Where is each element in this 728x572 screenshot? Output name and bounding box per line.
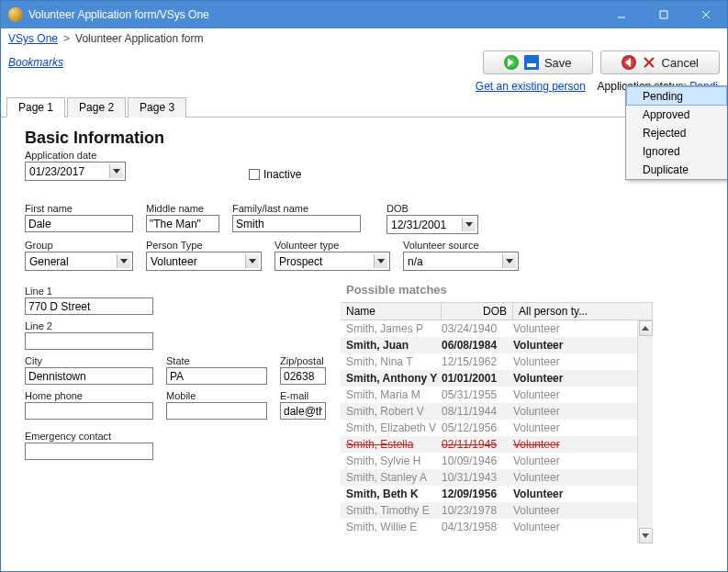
dropdown-icon	[117, 254, 130, 268]
breadcrumb: VSys One > Volunteer Application form	[1, 28, 727, 49]
cell-type: Volunteer	[513, 355, 637, 368]
status-option-approved[interactable]: Approved	[626, 106, 727, 124]
table-row[interactable]: Smith, Timothy E10/23/1978Volunteer	[341, 502, 637, 519]
table-row[interactable]: Smith, James P03/24/1940Volunteer	[341, 320, 637, 337]
cancel-button[interactable]: Cancel	[600, 50, 720, 74]
group-select[interactable]: General	[25, 252, 133, 271]
tab-page-3[interactable]: Page 3	[128, 97, 186, 118]
email-label: E-mail	[280, 390, 326, 401]
table-row[interactable]: Smith, Maria M05/31/1955Volunteer	[341, 387, 637, 403]
ptype-select[interactable]: Volunteer	[146, 252, 262, 271]
matches-title: Possible matches	[341, 281, 653, 302]
cell-dob: 05/12/1956	[442, 421, 513, 434]
cell-dob: 05/31/1955	[442, 388, 513, 401]
cell-type: Volunteer	[513, 421, 637, 434]
cell-type: Volunteer	[513, 454, 637, 467]
family-label: Family/last name	[232, 203, 361, 214]
cell-name: Smith, Sylvie H	[341, 454, 442, 467]
matches-body: Smith, James P03/24/1940VolunteerSmith, …	[341, 320, 637, 544]
save-disk-icon	[524, 55, 539, 70]
family-input[interactable]	[232, 215, 361, 232]
state-input[interactable]	[166, 367, 267, 385]
titlebar: Volunteer Application form/VSys One	[1, 1, 727, 28]
tab-page-2[interactable]: Page 2	[67, 97, 126, 118]
window-title: Volunteer Application form/VSys One	[28, 8, 600, 21]
table-row[interactable]: Smith, Nina T12/15/1962Volunteer	[341, 353, 637, 370]
city-input[interactable]	[25, 367, 153, 385]
status-option-duplicate[interactable]: Duplicate	[626, 161, 727, 179]
minimize-button[interactable]	[600, 1, 643, 28]
cell-type: Volunteer	[513, 372, 637, 385]
col-name[interactable]: Name	[341, 303, 442, 320]
status-popup: Pending Approved Rejected Ignored Duplic…	[625, 85, 728, 180]
matches-scrollbar[interactable]	[637, 320, 653, 544]
appdate-picker[interactable]: 01/23/2017	[25, 162, 126, 181]
vsource-label: Volunteer source	[403, 240, 519, 251]
cell-type: Volunteer	[513, 471, 637, 484]
close-button[interactable]	[685, 1, 727, 28]
line1-input[interactable]	[25, 297, 153, 315]
maximize-button[interactable]	[643, 1, 685, 28]
get-existing-link[interactable]: Get an existing person	[476, 80, 586, 93]
dob-picker[interactable]: 12/31/2001	[386, 215, 478, 234]
cell-dob: 03/24/1940	[442, 322, 513, 335]
table-row[interactable]: Smith, Robert V08/11/1944Volunteer	[341, 403, 637, 420]
vsource-select[interactable]: n/a	[403, 252, 519, 271]
status-option-ignored[interactable]: Ignored	[626, 142, 727, 161]
back-icon	[622, 55, 636, 70]
cell-type: Volunteer	[513, 322, 637, 335]
checkbox-box-icon	[249, 169, 260, 180]
appdate-label: Application date	[25, 150, 126, 161]
breadcrumb-root[interactable]: VSys One	[8, 32, 58, 45]
table-row[interactable]: Smith, Willie E04/13/1958Volunteer	[341, 519, 637, 535]
cell-dob: 06/08/1984	[442, 339, 513, 352]
tab-page-1[interactable]: Page 1	[6, 97, 65, 118]
table-row[interactable]: Smith, Elizabeth V05/12/1956Volunteer	[341, 420, 637, 436]
dropdown-icon	[374, 254, 387, 268]
table-row[interactable]: Smith, Juan06/08/1984Volunteer	[341, 337, 637, 353]
zip-input[interactable]	[280, 367, 326, 385]
cell-dob: 12/09/1956	[442, 488, 513, 500]
table-row[interactable]: Smith, Sylvie H10/09/1946Volunteer	[341, 453, 637, 469]
cell-name: Smith, Elizabeth V	[341, 421, 442, 434]
dropdown-icon	[502, 254, 516, 268]
middle-input[interactable]	[146, 215, 219, 232]
first-input[interactable]	[25, 215, 133, 232]
dropdown-icon	[245, 254, 259, 268]
homephone-input[interactable]	[25, 402, 153, 420]
emergency-input[interactable]	[25, 443, 153, 460]
line2-label: Line 2	[25, 320, 153, 331]
table-row[interactable]: Smith, Estella02/11/1945Volunteer	[341, 436, 637, 453]
scroll-down-icon[interactable]	[639, 528, 653, 544]
middle-label: Middle name	[146, 203, 219, 214]
svg-rect-1	[660, 11, 667, 18]
vtype-select[interactable]: Prospect	[274, 252, 390, 271]
app-icon	[8, 7, 23, 22]
table-row[interactable]: Smith, Beth K12/09/1956Volunteer	[341, 486, 637, 502]
cell-type: Volunteer	[513, 339, 637, 352]
bookmarks-link[interactable]: Bookmarks	[8, 56, 63, 69]
col-type[interactable]: All person ty...	[513, 303, 653, 320]
cell-name: Smith, Anthony Y	[341, 372, 442, 385]
status-option-pending[interactable]: Pending	[626, 86, 727, 106]
section-title: Basic Information	[25, 129, 712, 148]
col-dob[interactable]: DOB	[442, 303, 513, 320]
state-label: State	[166, 355, 267, 366]
cancel-label: Cancel	[662, 56, 699, 70]
email-input[interactable]	[280, 402, 326, 420]
appdate-value: 01/23/2017	[29, 165, 84, 178]
mobile-input[interactable]	[166, 402, 267, 420]
vtype-label: Volunteer type	[274, 240, 390, 251]
save-button[interactable]: Save	[483, 50, 593, 74]
matches-header: Name DOB All person ty...	[341, 302, 653, 320]
save-label: Save	[544, 56, 572, 70]
table-row[interactable]: Smith, Stanley A10/31/1943Volunteer	[341, 469, 637, 486]
line2-input[interactable]	[25, 332, 153, 350]
inactive-checkbox[interactable]: Inactive	[249, 168, 301, 181]
table-row[interactable]: Smith, Anthony Y01/01/2001Volunteer	[341, 370, 637, 387]
scroll-up-icon[interactable]	[639, 320, 653, 336]
cell-dob: 10/09/1946	[442, 454, 513, 467]
status-option-rejected[interactable]: Rejected	[626, 124, 727, 142]
cell-type: Volunteer	[513, 405, 637, 418]
dropdown-icon	[462, 218, 476, 231]
